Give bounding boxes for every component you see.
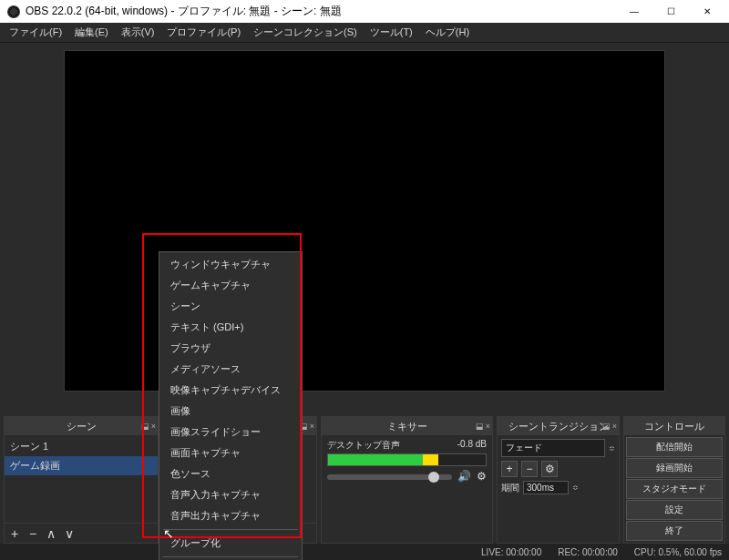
panels-row: シーン ⬓× シーン 1 ゲーム録画 + − ∧ ∨ ソース ⬓× + − ⚙ … — [0, 416, 729, 544]
menu-view[interactable]: 表示(V) — [116, 24, 160, 41]
menu-item-game-capture[interactable]: ゲームキャプチャ — [159, 275, 302, 296]
scenes-panel: シーン ⬓× シーン 1 ゲーム録画 + − ∧ ∨ — [4, 416, 159, 544]
controls-body: 配信開始 録画開始 スタジオモード 設定 終了 — [624, 435, 724, 543]
maximize-button[interactable]: ☐ — [652, 0, 689, 23]
controls-header: コントロール — [624, 417, 724, 435]
preview-area — [0, 43, 729, 416]
status-rec: REC: 00:00:00 — [558, 547, 618, 557]
preview-canvas[interactable] — [64, 50, 665, 392]
menu-file[interactable]: ファイル(F) — [4, 24, 67, 41]
start-streaming-button[interactable]: 配信開始 — [626, 437, 723, 457]
transition-select[interactable]: フェード — [501, 439, 605, 457]
menu-item-media-source[interactable]: メディアソース — [159, 359, 302, 380]
menu-item-group[interactable]: グループ化 — [159, 533, 302, 554]
transitions-title: シーントランジション — [508, 420, 609, 433]
scenes-header: シーン ⬓× — [5, 417, 158, 435]
detach-icon[interactable]: ⬓ — [476, 422, 484, 431]
close-icon[interactable]: × — [151, 422, 156, 431]
menu-profile[interactable]: プロファイル(P) — [161, 24, 246, 41]
menu-item-video-capture-device[interactable]: 映像キャプチャデバイス — [159, 380, 302, 401]
detach-icon[interactable]: ⬓ — [141, 422, 149, 431]
close-icon[interactable]: × — [486, 422, 490, 431]
app-icon — [7, 5, 20, 18]
menu-item-image-slideshow[interactable]: 画像スライドショー — [159, 422, 302, 443]
transitions-panel: シーントランジション ⬓× フェード ≎ + − ⚙ 期間 ≎ — [497, 416, 620, 544]
move-scene-up-button[interactable]: ∧ — [45, 527, 57, 540]
scene-list: シーン 1 ゲーム録画 — [5, 435, 158, 523]
transition-remove-button[interactable]: − — [521, 461, 538, 477]
mixer-track-name: デスクトップ音声 — [327, 439, 400, 452]
transitions-header: シーントランジション ⬓× — [498, 417, 619, 435]
menu-separator — [163, 556, 298, 557]
mixer-track: デスクトップ音声 -0.8 dB 🔊 ⚙ — [327, 439, 487, 483]
move-scene-down-button[interactable]: ∨ — [63, 527, 76, 540]
menu-item-browser[interactable]: ブラウザ — [159, 338, 302, 359]
duration-input[interactable] — [523, 481, 569, 494]
mixer-body: デスクトップ音声 -0.8 dB 🔊 ⚙ — [322, 435, 492, 543]
scenes-footer: + − ∧ ∨ — [5, 523, 158, 543]
minimize-button[interactable]: — — [616, 0, 652, 23]
menu-item-text-gdi[interactable]: テキスト (GDI+) — [159, 317, 302, 338]
mixer-header: ミキサー ⬓× — [322, 417, 492, 435]
menu-tools[interactable]: ツール(T) — [364, 24, 418, 41]
controls-title: コントロール — [644, 420, 704, 433]
transitions-body: フェード ≎ + − ⚙ 期間 ≎ — [498, 435, 619, 543]
menu-item-color-source[interactable]: 色ソース — [159, 463, 302, 484]
settings-button[interactable]: 設定 — [626, 500, 723, 520]
scene-item[interactable]: シーン 1 — [5, 437, 158, 456]
menu-scene-collection[interactable]: シーンコレクション(S) — [248, 24, 363, 41]
start-recording-button[interactable]: 録画開始 — [626, 458, 723, 478]
menubar: ファイル(F) 編集(E) 表示(V) プロファイル(P) シーンコレクション(… — [0, 23, 729, 43]
speaker-icon[interactable]: 🔊 — [457, 470, 471, 483]
add-scene-button[interactable]: + — [8, 527, 21, 540]
controls-panel: コントロール 配信開始 録画開始 スタジオモード 設定 終了 — [623, 416, 725, 544]
scene-item[interactable]: ゲーム録画 — [5, 456, 158, 475]
remove-scene-button[interactable]: − — [26, 527, 39, 540]
close-button[interactable]: ✕ — [689, 0, 725, 23]
updown-icon[interactable]: ≎ — [572, 484, 579, 492]
updown-icon[interactable]: ≎ — [609, 444, 615, 453]
transition-settings-button[interactable]: ⚙ — [541, 461, 558, 477]
status-live: LIVE: 00:00:00 — [481, 547, 541, 557]
exit-button[interactable]: 終了 — [626, 521, 723, 541]
mixer-track-db: -0.8 dB — [457, 439, 487, 452]
scenes-title: シーン — [67, 420, 97, 433]
close-icon[interactable]: × — [310, 422, 314, 431]
volume-slider[interactable] — [327, 474, 452, 480]
window-title: OBS 22.0.2 (64-bit, windows) - プロファイル: 無… — [26, 4, 342, 19]
menu-item-audio-input-capture[interactable]: 音声入力キャプチャ — [159, 484, 302, 505]
status-cpu: CPU: 0.5%, 60.00 fps — [634, 547, 722, 557]
audio-meter — [327, 453, 487, 466]
titlebar: OBS 22.0.2 (64-bit, windows) - プロファイル: 無… — [0, 0, 729, 23]
add-source-context-menu: ウィンドウキャプチャ ゲームキャプチャ シーン テキスト (GDI+) ブラウザ… — [159, 251, 303, 560]
menu-item-scene[interactable]: シーン — [159, 296, 302, 317]
menu-item-audio-output-capture[interactable]: 音声出力キャプチャ — [159, 505, 302, 526]
menu-item-display-capture[interactable]: 画面キャプチャ — [159, 443, 302, 463]
menu-edit[interactable]: 編集(E) — [69, 24, 114, 41]
studio-mode-button[interactable]: スタジオモード — [626, 479, 723, 499]
menu-separator — [163, 529, 298, 530]
mixer-title: ミキサー — [387, 420, 427, 433]
mixer-panel: ミキサー ⬓× デスクトップ音声 -0.8 dB 🔊 ⚙ — [321, 416, 493, 544]
duration-label: 期間 — [501, 482, 519, 494]
menu-item-window-capture[interactable]: ウィンドウキャプチャ — [159, 254, 302, 275]
menu-item-image[interactable]: 画像 — [159, 401, 302, 422]
menu-help[interactable]: ヘルプ(H) — [420, 24, 475, 41]
statusbar: LIVE: 00:00:00 REC: 00:00:00 CPU: 0.5%, … — [0, 544, 729, 560]
detach-icon[interactable]: ⬓ — [602, 422, 611, 431]
close-icon[interactable]: × — [612, 422, 617, 431]
gear-icon[interactable]: ⚙ — [477, 470, 487, 483]
transition-add-button[interactable]: + — [501, 461, 518, 477]
